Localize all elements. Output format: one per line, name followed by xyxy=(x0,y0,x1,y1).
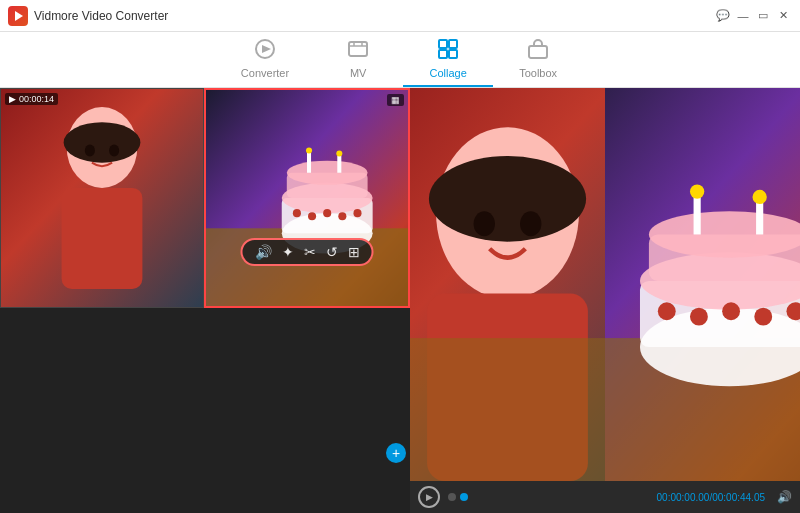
tab-mv[interactable]: MV xyxy=(313,32,403,87)
svg-rect-26 xyxy=(337,156,341,173)
svg-point-37 xyxy=(429,156,586,242)
svg-point-15 xyxy=(64,122,141,162)
svg-rect-10 xyxy=(449,50,457,58)
preview-controls: ▶ 00:00:00.00/00:00:44.05 🔊 xyxy=(410,481,800,513)
svg-point-32 xyxy=(338,212,346,220)
add-video-button[interactable]: + xyxy=(386,443,406,463)
svg-rect-11 xyxy=(529,46,547,58)
svg-point-16 xyxy=(85,144,95,156)
dot-1 xyxy=(448,493,456,501)
svg-point-30 xyxy=(308,212,316,220)
video-cell-2-icon: ▦ xyxy=(387,94,404,106)
minimize-button[interactable]: — xyxy=(734,7,752,25)
svg-point-38 xyxy=(474,211,495,236)
restore-button[interactable]: ▭ xyxy=(754,7,772,25)
tab-converter[interactable]: Converter xyxy=(217,32,313,87)
svg-point-50 xyxy=(690,184,704,198)
svg-point-53 xyxy=(690,308,708,326)
right-panel: ▶ 00:00:00.00/00:00:44.05 🔊 xyxy=(410,88,800,513)
svg-marker-2 xyxy=(262,45,271,53)
svg-rect-25 xyxy=(307,153,311,173)
tab-collage-label: Collage xyxy=(429,67,466,79)
play-button[interactable]: ▶ xyxy=(418,486,440,508)
video-toolbar-overlay: 🔊 ✦ ✂ ↺ ⊞ xyxy=(241,238,374,266)
svg-point-33 xyxy=(353,209,361,217)
svg-point-51 xyxy=(753,190,767,204)
preview-volume-icon[interactable]: 🔊 xyxy=(777,490,792,504)
video-thumb-cake xyxy=(206,90,408,306)
collage-icon xyxy=(437,38,459,65)
svg-rect-3 xyxy=(349,42,367,56)
rotate-tool[interactable]: ↺ xyxy=(326,244,338,260)
svg-point-24 xyxy=(287,161,368,185)
svg-point-52 xyxy=(658,302,676,320)
svg-point-28 xyxy=(336,151,342,157)
preview-area xyxy=(410,88,800,481)
tab-toolbox[interactable]: Toolbox xyxy=(493,32,583,87)
app-title: Vidmore Video Converter xyxy=(34,9,714,23)
tab-collage[interactable]: Collage xyxy=(403,32,493,87)
close-button[interactable]: ✕ xyxy=(774,7,792,25)
video-thumb-girl xyxy=(1,89,203,307)
svg-point-17 xyxy=(109,144,119,156)
video-grid: ▶ 00:00:14 xyxy=(0,88,410,308)
crop-tool[interactable]: ✂ xyxy=(304,244,316,260)
svg-rect-8 xyxy=(449,40,457,48)
video-cell-1[interactable]: ▶ 00:00:14 xyxy=(0,88,204,308)
toolbox-icon xyxy=(527,38,549,65)
preview-time: 00:00:00.00/00:00:44.05 xyxy=(657,492,765,503)
svg-point-29 xyxy=(293,209,301,217)
svg-point-55 xyxy=(754,308,772,326)
window-controls: 💬 — ▭ ✕ xyxy=(714,7,792,25)
svg-point-54 xyxy=(722,302,740,320)
volume-tool[interactable]: 🔊 xyxy=(255,244,272,260)
svg-rect-48 xyxy=(694,195,701,234)
chat-icon[interactable]: 💬 xyxy=(714,7,732,25)
preview-girl xyxy=(410,88,605,481)
fullscreen-tool[interactable]: ⊞ xyxy=(348,244,360,260)
tab-mv-label: MV xyxy=(350,67,367,79)
svg-rect-40 xyxy=(410,338,605,481)
nav-tabs: Converter MV Collage xyxy=(0,32,800,88)
svg-rect-14 xyxy=(62,188,143,289)
svg-rect-49 xyxy=(756,201,763,235)
video-icon: ▶ xyxy=(9,94,16,104)
effects-tool[interactable]: ✦ xyxy=(282,244,294,260)
mv-icon xyxy=(347,38,369,65)
video-timestamp: ▶ 00:00:14 xyxy=(5,93,58,105)
app-logo xyxy=(8,6,28,26)
left-panel: ▶ 00:00:14 xyxy=(0,88,410,513)
svg-point-31 xyxy=(323,209,331,217)
title-bar: Vidmore Video Converter 💬 — ▭ ✕ xyxy=(0,0,800,32)
tab-converter-label: Converter xyxy=(241,67,289,79)
svg-rect-9 xyxy=(439,50,447,58)
svg-rect-7 xyxy=(439,40,447,48)
svg-point-27 xyxy=(306,148,312,154)
dot-2 xyxy=(460,493,468,501)
svg-marker-0 xyxy=(15,11,23,21)
preview-cake xyxy=(605,88,800,481)
main-content: ▶ 00:00:14 xyxy=(0,88,800,513)
svg-point-39 xyxy=(520,211,541,236)
preview-dots xyxy=(448,493,468,501)
video-cell-2[interactable]: ▦ 🔊 ✦ ✂ ↺ ⊞ - xyxy=(204,88,410,308)
tab-toolbox-label: Toolbox xyxy=(519,67,557,79)
converter-icon xyxy=(254,38,276,65)
